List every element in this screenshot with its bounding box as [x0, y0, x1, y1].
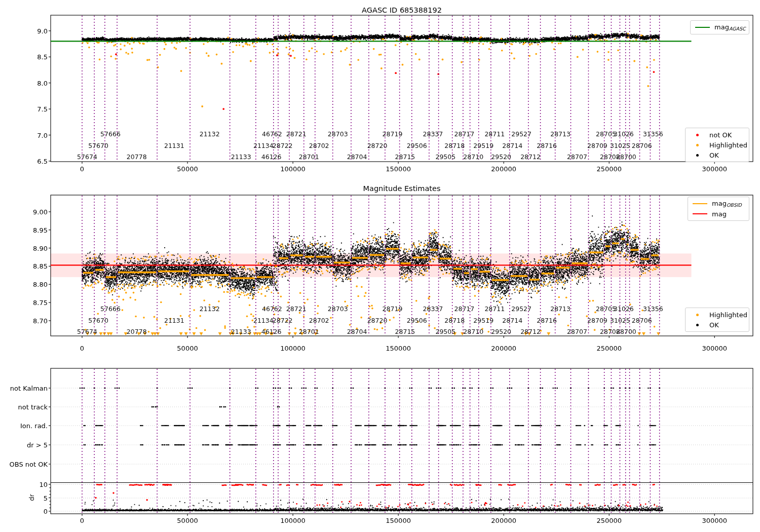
- obsid-label: 28707: [567, 329, 587, 335]
- obsid-label: 29519: [473, 143, 493, 149]
- obsid-label: 21134: [253, 143, 274, 149]
- obsid-label: 29505: [435, 329, 455, 335]
- y-tick-label: 9.00: [33, 208, 48, 215]
- y-tick-label: 6.5: [37, 158, 48, 164]
- obsid-label: 28710: [463, 154, 483, 161]
- mag-line-swatch: [693, 213, 707, 214]
- obsid-label: 31026: [614, 306, 634, 313]
- obsid-label: 21132: [200, 131, 220, 138]
- plots-canvas: [0, 0, 760, 532]
- top-marker-legend: not OK Highlighted OK: [685, 128, 749, 162]
- obsid-label: 28716: [537, 318, 557, 324]
- ok-dot-swatch: [690, 324, 705, 326]
- obsid-label: 28709: [587, 318, 607, 324]
- matplotlib-figure: AGASC ID 685388192 Magnitude Estimates m…: [0, 0, 760, 532]
- obsid-label: 28713: [550, 306, 571, 313]
- obsid-label: 28707: [567, 154, 587, 161]
- x-tick-label: 300000: [702, 345, 727, 352]
- highlighted-dot-swatch: [690, 314, 705, 316]
- x-tick-label: 100000: [280, 517, 306, 524]
- obsid-label: 46762: [262, 306, 282, 313]
- obsid-label: 21131: [164, 318, 184, 324]
- x-tick-label: 200000: [491, 345, 516, 352]
- flag-row-label: dr > 5: [27, 442, 48, 448]
- flag-row-label: Ion. rad.: [20, 423, 48, 429]
- obsid-label: 28720: [367, 318, 388, 324]
- y-tick-label: 8.80: [33, 281, 48, 288]
- obsid-label: 28717: [454, 131, 474, 138]
- obsid-label: 46126: [261, 329, 282, 335]
- y-tick-label: 8.70: [33, 317, 48, 324]
- legend-entry-highlighted: Highlighted: [690, 310, 744, 320]
- obsid-label: 29505: [435, 154, 455, 161]
- obsid-label: 29527: [511, 306, 531, 313]
- y-tick-label: 7.5: [37, 106, 48, 112]
- y-tick-label: 8.75: [33, 299, 48, 306]
- legend-entry-highlighted: Highlighted: [690, 140, 744, 150]
- obsid-label: 29520: [491, 154, 511, 161]
- obsid-label: 28715: [395, 154, 415, 161]
- x-tick-label: 300000: [702, 166, 727, 172]
- obsid-label: 57674: [77, 154, 97, 161]
- ok-dot-swatch: [690, 154, 705, 157]
- obsid-label: 28701: [299, 154, 319, 161]
- obsid-label: 28337: [423, 306, 443, 313]
- y-tick-label: 8.85: [33, 263, 48, 270]
- legend-label: OK: [709, 151, 719, 159]
- obsid-label: 28711: [484, 306, 505, 313]
- obsid-label: 31356: [643, 306, 663, 313]
- obsid-label: 28718: [444, 143, 465, 149]
- obsid-label: 28722: [273, 143, 293, 149]
- legend-entry-not-ok: not OK: [690, 130, 744, 140]
- x-tick-label: 0: [80, 345, 84, 352]
- x-tick-label: 0: [80, 517, 84, 524]
- x-tick-label: 150000: [386, 166, 411, 172]
- x-tick-label: 150000: [386, 517, 411, 524]
- obsid-label: 28721: [286, 306, 307, 313]
- legend-entry-mag-agasc: magAGASC: [695, 22, 744, 32]
- obsid-label: 57670: [88, 143, 108, 149]
- y-tick-label: 8.90: [33, 245, 48, 251]
- legend-entry-ok: OK: [690, 320, 744, 330]
- obsid-label: 28719: [383, 306, 403, 313]
- middle-line-legend: magOBSID mag: [688, 197, 749, 221]
- obsid-label: 28702: [309, 143, 329, 149]
- obsid-label: 28701: [299, 329, 319, 335]
- obsid-label: 28718: [444, 318, 465, 324]
- obsid-label: 28719: [383, 131, 403, 138]
- obsid-label: 57666: [100, 131, 121, 138]
- obsid-label: 28702: [309, 318, 329, 324]
- y-tick-label: 8.0: [37, 80, 48, 86]
- obsid-label: 28721: [286, 131, 307, 138]
- obsid-label: 28709: [587, 143, 607, 149]
- obsid-label: 28715: [395, 329, 415, 335]
- x-tick-label: 150000: [386, 345, 411, 352]
- obsid-label: 21133: [231, 154, 251, 161]
- obsid-label: 28703: [328, 131, 348, 138]
- obsid-label: 21132: [200, 306, 220, 313]
- obsid-label: 46762: [262, 131, 282, 138]
- x-tick-label: 100000: [280, 166, 306, 172]
- obsid-label: 28710: [463, 329, 483, 335]
- obsid-label: 28700: [616, 154, 636, 161]
- obsid-label: 28722: [273, 318, 293, 324]
- mag-obsid-line-swatch: [693, 203, 707, 204]
- y-tick-label: 8.5: [37, 54, 48, 60]
- obsid-label: 21134: [253, 318, 274, 324]
- obsid-label: 29506: [407, 143, 427, 149]
- top-line-legend: magAGASC: [690, 20, 749, 34]
- x-tick-label: 300000: [702, 517, 727, 524]
- legend-label: not OK: [709, 131, 732, 139]
- obsid-label: 29519: [473, 318, 493, 324]
- obsid-label: 28704: [347, 329, 367, 335]
- dr-axis-label: dr: [28, 494, 35, 501]
- x-tick-label: 250000: [596, 345, 622, 352]
- obsid-label: 28712: [520, 154, 541, 161]
- obsid-label: 28714: [502, 143, 522, 149]
- legend-label: OK: [709, 321, 719, 329]
- obsid-label: 28700: [616, 329, 636, 335]
- dr-tick-label: 5: [44, 495, 48, 501]
- y-tick-label: 8.95: [33, 226, 48, 233]
- flag-row-label: not track: [18, 404, 48, 410]
- obsid-label: 28703: [328, 306, 348, 313]
